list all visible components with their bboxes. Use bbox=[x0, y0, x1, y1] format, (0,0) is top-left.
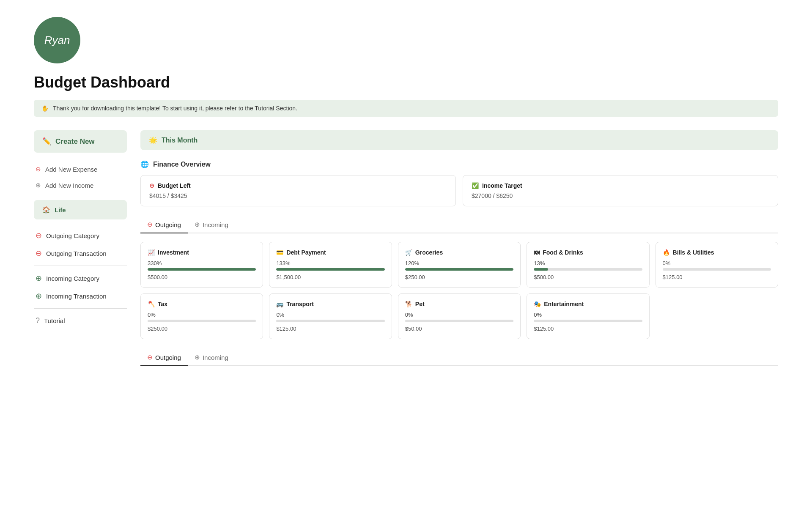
tab-outgoing[interactable]: ⊖ Outgoing bbox=[140, 217, 188, 233]
create-new-button[interactable]: ✏️ Create New bbox=[34, 130, 127, 153]
incoming-transaction-icon: ⊕ bbox=[36, 291, 42, 301]
category-card-bills: 🔥 Bills & Utilities 0% $125.00 bbox=[656, 242, 778, 288]
add-expense-label: Add New Expense bbox=[45, 166, 97, 173]
food-progress-bg bbox=[534, 268, 642, 271]
category-card-food: 🍽 Food & Drinks 13% $500.00 bbox=[527, 242, 649, 288]
bills-percent: 0% bbox=[663, 260, 771, 266]
tab-outgoing-icon: ⊖ bbox=[147, 221, 153, 228]
sidebar-divider-2 bbox=[34, 266, 127, 266]
income-target-value: $27000 / $6250 bbox=[472, 192, 769, 199]
sidebar-item-outgoing-transaction[interactable]: ⊖ Outgoing Transaction bbox=[34, 244, 127, 262]
this-month-bar: 🌟 This Month bbox=[140, 130, 778, 150]
sidebar-item-outgoing-category[interactable]: ⊖ Outgoing Category bbox=[34, 227, 127, 244]
entertainment-icon: 🎭 bbox=[534, 301, 541, 307]
sidebar-item-incoming-category[interactable]: ⊕ Incoming Category bbox=[34, 269, 127, 287]
category-card-groceries: 🛒 Groceries 120% $250.00 bbox=[398, 242, 521, 288]
debt-progress-bg bbox=[276, 268, 384, 271]
bills-label: Bills & Utilities bbox=[673, 249, 714, 256]
investment-percent: 330% bbox=[148, 260, 256, 266]
tab-incoming-2-icon: ⊕ bbox=[195, 354, 200, 361]
food-percent: 13% bbox=[534, 260, 642, 266]
tab-outgoing-2-label: Outgoing bbox=[155, 354, 181, 361]
finance-overview-title: 🌐 Finance Overview bbox=[140, 160, 778, 168]
notice-icon: ✋ bbox=[41, 105, 49, 112]
transport-icon: 🚌 bbox=[276, 301, 283, 307]
debt-icon: 💳 bbox=[276, 249, 283, 256]
tax-percent: 0% bbox=[148, 312, 256, 318]
sidebar-outgoing-transaction-label: Outgoing Transaction bbox=[46, 250, 107, 257]
notice-bar: ✋ Thank you for downloading this templat… bbox=[34, 100, 778, 117]
bills-icon: 🔥 bbox=[663, 249, 670, 256]
entertainment-label: Entertainment bbox=[544, 301, 584, 307]
transport-amount: $125.00 bbox=[276, 326, 384, 332]
this-month-icon: 🌟 bbox=[149, 136, 157, 144]
add-expense-icon: ⊖ bbox=[36, 165, 41, 173]
income-target-label: Income Target bbox=[482, 182, 522, 189]
entertainment-percent: 0% bbox=[534, 312, 642, 318]
avatar: Ryan bbox=[34, 17, 80, 63]
transport-progress-bg bbox=[276, 320, 384, 322]
transport-percent: 0% bbox=[276, 312, 384, 318]
tab-outgoing-2-icon: ⊖ bbox=[147, 354, 153, 361]
add-expense-link[interactable]: ⊖ Add New Expense bbox=[34, 161, 127, 177]
tax-progress-bg bbox=[148, 320, 256, 322]
life-button[interactable]: 🏠 Life bbox=[34, 200, 127, 219]
sidebar-incoming-category-label: Incoming Category bbox=[46, 275, 99, 282]
food-label: Food & Drinks bbox=[543, 249, 583, 256]
income-target-card: ✅ Income Target $27000 / $6250 bbox=[463, 175, 778, 206]
tab-incoming-2-label: Incoming bbox=[203, 354, 228, 361]
tabs-row: ⊖ Outgoing ⊕ Incoming bbox=[140, 217, 778, 233]
sidebar: ✏️ Create New ⊖ Add New Expense ⊕ Add Ne… bbox=[34, 130, 127, 366]
investment-amount: $500.00 bbox=[148, 274, 256, 280]
food-progress-fill bbox=[534, 268, 548, 271]
add-income-link[interactable]: ⊕ Add New Income bbox=[34, 177, 127, 193]
life-icon: 🏠 bbox=[42, 206, 50, 214]
entertainment-progress-bg bbox=[534, 320, 642, 322]
category-card-entertainment: 🎭 Entertainment 0% $125.00 bbox=[527, 293, 649, 339]
main-content: 🌟 This Month 🌐 Finance Overview ⊖ Budget… bbox=[140, 130, 778, 366]
groceries-amount: $250.00 bbox=[405, 274, 513, 280]
debt-label: Debt Payment bbox=[286, 249, 326, 256]
page-title: Budget Dashboard bbox=[34, 74, 778, 91]
income-target-title: ✅ Income Target bbox=[472, 182, 769, 189]
category-card-tax: 🪓 Tax 0% $250.00 bbox=[140, 293, 263, 339]
tab-outgoing-2[interactable]: ⊖ Outgoing bbox=[140, 349, 188, 366]
tab-incoming-2[interactable]: ⊕ Incoming bbox=[188, 349, 235, 366]
tabs-row-2: ⊖ Outgoing ⊕ Incoming bbox=[140, 349, 778, 366]
notice-text: Thank you for downloading this template!… bbox=[53, 105, 297, 112]
category-card-investment: 📈 Investment 330% $500.00 bbox=[140, 242, 263, 288]
income-target-icon: ✅ bbox=[472, 182, 479, 189]
sidebar-item-incoming-transaction[interactable]: ⊕ Incoming Transaction bbox=[34, 287, 127, 305]
add-income-label: Add New Income bbox=[45, 182, 93, 189]
bills-progress-bg bbox=[663, 268, 771, 271]
transport-label: Transport bbox=[286, 301, 314, 307]
groceries-icon: 🛒 bbox=[405, 249, 412, 256]
sidebar-divider-3 bbox=[34, 308, 127, 309]
bills-amount: $125.00 bbox=[663, 274, 771, 280]
entertainment-amount: $125.00 bbox=[534, 326, 642, 332]
investment-progress-bg bbox=[148, 268, 256, 271]
sidebar-tutorial-label: Tutorial bbox=[44, 317, 65, 324]
tab-incoming-label: Incoming bbox=[203, 221, 228, 228]
food-icon: 🍽 bbox=[534, 249, 540, 256]
outgoing-transaction-icon: ⊖ bbox=[36, 249, 42, 258]
sidebar-incoming-transaction-label: Incoming Transaction bbox=[46, 293, 107, 300]
this-month-label: This Month bbox=[162, 137, 198, 144]
finance-cards-row: ⊖ Budget Left $4015 / $3425 ✅ Income Tar… bbox=[140, 175, 778, 206]
tab-incoming[interactable]: ⊕ Incoming bbox=[188, 217, 235, 233]
life-label: Life bbox=[55, 206, 66, 214]
tab-incoming-icon: ⊕ bbox=[195, 221, 200, 228]
pet-percent: 0% bbox=[405, 312, 513, 318]
investment-label: Investment bbox=[158, 249, 189, 256]
tax-label: Tax bbox=[158, 301, 167, 307]
category-card-debt: 💳 Debt Payment 133% $1,500.00 bbox=[269, 242, 392, 288]
investment-progress-fill bbox=[148, 268, 256, 271]
tax-icon: 🪓 bbox=[148, 301, 155, 307]
sidebar-outgoing-category-label: Outgoing Category bbox=[46, 232, 99, 239]
pet-amount: $50.00 bbox=[405, 326, 513, 332]
create-new-icon: ✏️ bbox=[42, 137, 51, 146]
finance-overview-icon: 🌐 bbox=[140, 160, 149, 168]
sidebar-item-tutorial[interactable]: ? Tutorial bbox=[34, 312, 127, 329]
pet-progress-bg bbox=[405, 320, 513, 322]
incoming-category-icon: ⊕ bbox=[36, 274, 42, 283]
